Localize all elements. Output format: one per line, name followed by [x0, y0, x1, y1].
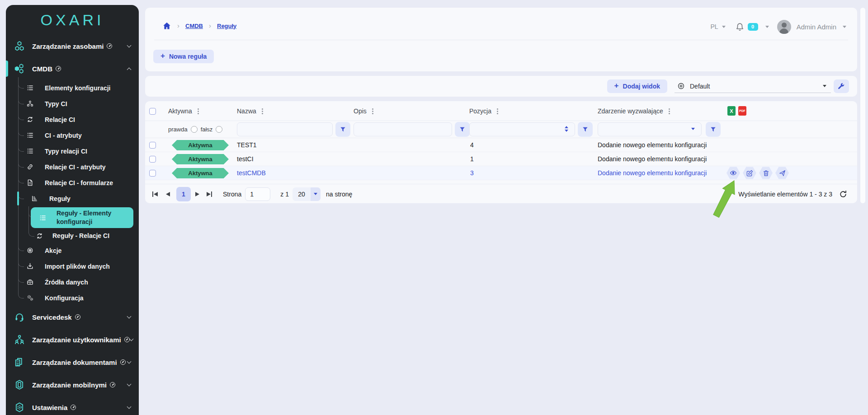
sidebar-item-reguly[interactable]: Reguły [6, 191, 139, 206]
row-checkbox[interactable] [149, 170, 156, 177]
chevron-down-icon [843, 26, 846, 28]
sidebar-item-label: Reguły - Relacje CI [52, 232, 109, 239]
delete-row-button[interactable] [759, 167, 773, 179]
bell-icon[interactable] [736, 23, 744, 31]
sidebar-item-typy-ci[interactable]: Typy CI [6, 96, 139, 112]
export-excel-icon[interactable]: X [727, 106, 736, 116]
assets-molecule-icon [14, 41, 25, 51]
sidebar: OXARI Zarządzanie zasobami CMDB Elementy… [6, 5, 139, 415]
filter-button-pozycja[interactable] [578, 122, 593, 137]
column-menu-icon[interactable] [262, 111, 263, 112]
new-rule-button[interactable]: + Nowa reguła [153, 50, 214, 63]
column-menu-icon[interactable] [497, 111, 498, 112]
number-stepper[interactable] [565, 126, 568, 132]
stepper-down-icon[interactable] [565, 130, 568, 132]
filter-button-nazwa[interactable] [335, 122, 350, 137]
column-menu-icon[interactable] [198, 111, 199, 112]
user-name[interactable]: Admin Admin [797, 23, 836, 31]
column-header-opis[interactable]: Opis [354, 107, 373, 115]
filter-select-zdarzenie[interactable] [598, 122, 702, 136]
column-header-nazwa[interactable]: Nazwa [237, 107, 263, 115]
sidebar-item-servicedesk[interactable]: Servicedesk [6, 306, 139, 328]
next-page-button[interactable] [195, 192, 199, 196]
sidebar-item-akcje[interactable]: Akcje [6, 242, 139, 258]
divider [154, 40, 848, 40]
status-filter-false-radio[interactable] [216, 126, 222, 133]
sidebar-item-reguly-relacje-ci[interactable]: Reguły - Relacje CI [6, 229, 139, 242]
edit-row-button[interactable] [743, 167, 756, 179]
current-page-button[interactable]: 1 [176, 187, 191, 201]
sidebar-item-import-plikow-danych[interactable]: Import plików danych [6, 258, 139, 274]
cell-pozycja: 3 [470, 169, 474, 177]
status-filter-true-radio[interactable] [191, 126, 198, 133]
sidebar-item-zarzadzanie-uzytkownikami[interactable]: Zarządzanie użytkownikami [6, 328, 139, 351]
sidebar-item-relacje-ci[interactable]: Relacje CI [6, 112, 139, 127]
per-page-suffix: na stronę [326, 191, 352, 198]
sidebar-item-zarzadzanie-zasobami[interactable]: Zarządzanie zasobami [6, 35, 139, 57]
select-all-checkbox[interactable] [149, 108, 156, 115]
filter-input-opis[interactable] [354, 122, 452, 136]
sidebar-item-label: Relacje CI - formularze [45, 179, 113, 187]
sidebar-item-ustawienia[interactable]: Ustawienia [6, 396, 139, 415]
table-row-selected[interactable]: Aktywna testCMDB 3 Dodanie nowego elemen… [145, 166, 857, 180]
sidebar-item-konfiguracja[interactable]: Konfiguracja [6, 290, 139, 306]
column-header-pozycja[interactable]: Pozycja [469, 107, 498, 115]
filter-button-zdarzenie[interactable] [706, 122, 721, 137]
export-pdf-icon[interactable]: PDF [738, 106, 746, 116]
view-select[interactable]: Default [675, 79, 831, 93]
list-icon [38, 214, 47, 221]
column-header-zdarzenie[interactable]: Zdarzenie wyzwalające [598, 107, 670, 115]
chevron-down-icon [127, 405, 132, 409]
filter-input-nazwa[interactable] [237, 122, 333, 136]
sidebar-item-relacje-ci-formularze[interactable]: Relacje CI - formularze [6, 175, 139, 191]
sync-icon [35, 233, 43, 239]
status-badge: Aktywna [172, 168, 229, 178]
sidebar-item-zarzadzanie-dokumentami[interactable]: Zarządzanie dokumentami [6, 351, 139, 373]
bar-icon [211, 191, 212, 197]
view-settings-button[interactable] [834, 79, 849, 93]
gears-icon [26, 294, 34, 301]
language-selector[interactable]: PL [711, 23, 718, 30]
sidebar-item-zarzadzanie-mobilnymi[interactable]: Zarządzanie mobilnymi [6, 373, 139, 396]
column-header-aktywna[interactable]: Aktywna [168, 107, 199, 115]
sidebar-item-zrodla-danych[interactable]: Źródła danych [6, 274, 139, 290]
breadcrumb-link-reguly[interactable]: Reguły [217, 23, 236, 29]
sidebar-item-relacje-ci-atrybuty[interactable]: Relacje CI - atrybuty [6, 159, 139, 175]
cell-pozycja: 1 [470, 155, 474, 163]
notification-badge: 0 [748, 23, 758, 31]
sidebar-item-reguly-elementy-konfiguracji-selected[interactable]: Reguły - Elementy konfiguracji [31, 207, 133, 228]
sidebar-item-label: Relacje CI [45, 116, 75, 123]
table-row[interactable]: Aktywna testCI 1 Dodanie nowego elementu… [145, 152, 857, 166]
first-page-button[interactable] [152, 191, 158, 197]
last-page-button[interactable] [207, 191, 212, 197]
previous-page-button[interactable] [166, 192, 170, 196]
view-row-button[interactable] [726, 167, 740, 179]
breadcrumb: › CMDB › Reguły [162, 21, 236, 31]
gauge-icon [124, 337, 130, 342]
filter-input-pozycja[interactable] [469, 122, 575, 136]
column-menu-icon[interactable] [669, 111, 670, 112]
sidebar-item-ci-atrybuty[interactable]: CI - atrybuty [6, 127, 139, 143]
refresh-icon[interactable] [839, 190, 847, 198]
items-summary: Wyświetlanie elementów 1 - 3 z 3 [738, 191, 832, 198]
scrollbar-track[interactable] [860, 8, 865, 203]
column-menu-icon[interactable] [372, 111, 373, 112]
cmdb-submenu: Elementy konfiguracji Typy CI Relacje CI… [6, 80, 139, 306]
row-checkbox[interactable] [149, 156, 156, 163]
sidebar-item-typy-relacji-ci[interactable]: Typy relacji CI [6, 143, 139, 159]
sidebar-item-elementy-konfiguracji[interactable]: Elementy konfiguracji [6, 80, 139, 96]
sidebar-item-label: Elementy konfiguracji [45, 84, 110, 92]
stepper-up-icon[interactable] [565, 126, 568, 128]
send-row-button[interactable] [775, 167, 789, 179]
breadcrumb-link-cmdb[interactable]: CMDB [185, 23, 203, 29]
sidebar-item-cmdb[interactable]: CMDB [6, 57, 139, 80]
page-number-input[interactable] [245, 187, 270, 201]
table-row[interactable]: Aktywna TEST1 4 Dodanie nowego elementu … [145, 138, 857, 152]
avatar[interactable] [777, 20, 791, 34]
home-icon[interactable] [162, 21, 171, 30]
add-view-button[interactable]: + Dodaj widok [607, 79, 667, 93]
column-label: Opis [354, 107, 367, 115]
filter-button-opis[interactable] [455, 122, 470, 137]
row-checkbox[interactable] [149, 142, 156, 149]
per-page-select[interactable]: 20 [292, 187, 321, 201]
